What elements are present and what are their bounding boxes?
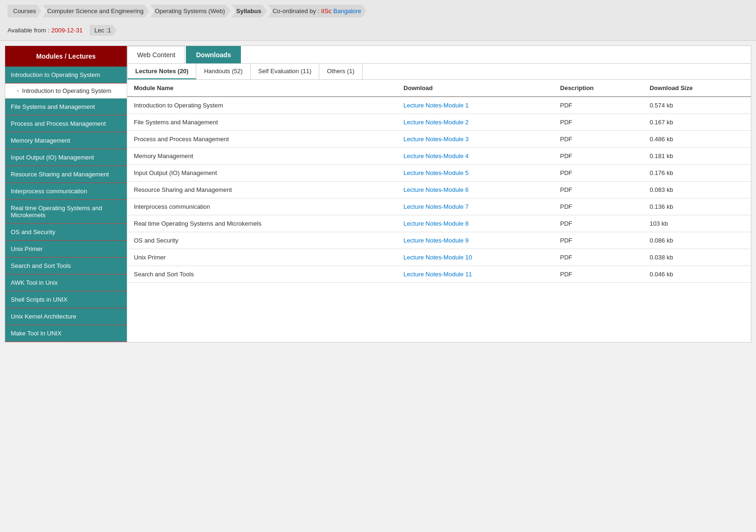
sidebar-item-0[interactable]: Introduction to Operating System — [5, 67, 127, 84]
col-module-name: Module Name — [127, 80, 397, 97]
table-row: Search and Sort Tools Lecture Notes-Modu… — [127, 266, 751, 283]
col-download-size: Download Size — [643, 80, 751, 97]
cell-download-link[interactable]: Lecture Notes-Module 8 — [397, 215, 553, 232]
cell-module-name: File Systems and Management — [127, 114, 397, 131]
downloads-table: Module Name Download Description Downloa… — [127, 80, 751, 283]
cell-module-name: Input Output (IO) Management — [127, 165, 397, 182]
cell-download-link[interactable]: Lecture Notes-Module 3 — [397, 131, 553, 148]
cell-size: 0.136 kb — [643, 198, 751, 215]
cell-description: PDF — [554, 232, 643, 249]
sidebar-item-9[interactable]: Unix Primer — [5, 241, 127, 258]
cell-size: 0.486 kb — [643, 131, 751, 148]
cell-description: PDF — [554, 266, 643, 283]
cell-size: 103 kb — [643, 215, 751, 232]
downloads-table-wrapper: Module Name Download Description Downloa… — [127, 80, 751, 283]
cell-download-link[interactable]: Lecture Notes-Module 9 — [397, 232, 553, 249]
breadcrumb-coordinated: Co-ordinated by : IISc Bangalore — [268, 5, 367, 17]
sidebar-item-7[interactable]: Real time Operating Systems and Microker… — [5, 200, 127, 224]
main-container: Modules / Lectures Introduction to Opera… — [5, 46, 751, 342]
sidebar-item-11[interactable]: AWK Tool in Unix — [5, 274, 127, 291]
sidebar-item-1[interactable]: File Systems and Management — [5, 99, 127, 115]
cell-description: PDF — [554, 182, 643, 198]
cell-download-link[interactable]: Lecture Notes-Module 11 — [397, 266, 553, 283]
cell-download-link[interactable]: Lecture Notes-Module 2 — [397, 114, 553, 131]
cell-module-name: Introduction to Operating System — [127, 97, 397, 114]
breadcrumb: Courses Computer Science and Engineering… — [0, 0, 756, 22]
sidebar-item-10[interactable]: Search and Sort Tools — [5, 258, 127, 274]
cell-size: 0.046 kb — [643, 266, 751, 283]
sidebar-subitem-0-0[interactable]: ○Introduction to Operating System — [5, 84, 127, 99]
cell-description: PDF — [554, 97, 643, 114]
cell-description: PDF — [554, 131, 643, 148]
cell-download-link[interactable]: Lecture Notes-Module 6 — [397, 182, 553, 198]
subtab-others[interactable]: Others (1) — [319, 64, 363, 79]
cell-module-name: Interprocess communication — [127, 198, 397, 215]
table-row: Unix Primer Lecture Notes-Module 10 PDF … — [127, 249, 751, 266]
main-tabs: Web Content Downloads — [127, 46, 751, 64]
cell-module-name: Real time Operating Systems and Microker… — [127, 215, 397, 232]
cell-download-link[interactable]: Lecture Notes-Module 7 — [397, 198, 553, 215]
sidebar: Modules / Lectures Introduction to Opera… — [5, 46, 127, 342]
sub-breadcrumb: Available from : 2009-12-31 Lec :1 — [0, 22, 756, 40]
sidebar-item-5[interactable]: Resource Sharing and Management — [5, 166, 127, 183]
content-area: Web Content Downloads Lecture Notes (20)… — [127, 46, 751, 342]
subtab-self-evaluation[interactable]: Self Evaluation (11) — [251, 64, 319, 79]
cell-description: PDF — [554, 148, 643, 165]
tab-downloads[interactable]: Downloads — [186, 46, 241, 63]
cell-size: 0.083 kb — [643, 182, 751, 198]
tab-web-content[interactable]: Web Content — [127, 46, 185, 63]
cell-module-name: Search and Sort Tools — [127, 266, 397, 283]
table-header-row: Module Name Download Description Downloa… — [127, 80, 751, 97]
sidebar-header: Modules / Lectures — [5, 46, 127, 67]
table-row: Resource Sharing and Management Lecture … — [127, 182, 751, 198]
cell-download-link[interactable]: Lecture Notes-Module 4 — [397, 148, 553, 165]
table-row: File Systems and Management Lecture Note… — [127, 114, 751, 131]
sidebar-item-2[interactable]: Process and Process Management — [5, 115, 127, 132]
table-row: Process and Process Management Lecture N… — [127, 131, 751, 148]
lec-item: Lec :1 — [90, 25, 116, 36]
table-row: OS and Security Lecture Notes-Module 9 P… — [127, 232, 751, 249]
cell-description: PDF — [554, 114, 643, 131]
cell-description: PDF — [554, 249, 643, 266]
cell-size: 0.038 kb — [643, 249, 751, 266]
breadcrumb-cse[interactable]: Computer Science and Engineering — [42, 5, 149, 17]
breadcrumb-os-web[interactable]: Operating Systems (Web) — [150, 5, 231, 17]
sub-tabs: Lecture Notes (20) Handouts (52) Self Ev… — [127, 64, 751, 80]
sidebar-item-12[interactable]: Shell Scripts in UNIX — [5, 291, 127, 308]
table-row: Interprocess communication Lecture Notes… — [127, 198, 751, 215]
cell-size: 0.574 kb — [643, 97, 751, 114]
cell-module-name: Process and Process Management — [127, 131, 397, 148]
col-description: Description — [554, 80, 643, 97]
sidebar-item-4[interactable]: Input Output (IO) Management — [5, 149, 127, 166]
cell-download-link[interactable]: Lecture Notes-Module 1 — [397, 97, 553, 114]
cell-module-name: Resource Sharing and Management — [127, 182, 397, 198]
subtab-handouts[interactable]: Handouts (52) — [196, 64, 250, 79]
table-row: Introduction to Operating System Lecture… — [127, 97, 751, 114]
cell-size: 0.086 kb — [643, 232, 751, 249]
sidebar-item-6[interactable]: Interprocess communication — [5, 183, 127, 200]
cell-size: 0.181 kb — [643, 148, 751, 165]
col-download: Download — [397, 80, 553, 97]
cell-description: PDF — [554, 215, 643, 232]
sidebar-item-8[interactable]: OS and Security — [5, 224, 127, 241]
cell-description: PDF — [554, 165, 643, 182]
sidebar-item-13[interactable]: Unix Kernel Architecture — [5, 308, 127, 325]
cell-description: PDF — [554, 198, 643, 215]
cell-download-link[interactable]: Lecture Notes-Module 5 — [397, 165, 553, 182]
sidebar-item-14[interactable]: Make Tool In UNIX — [5, 325, 127, 342]
cell-module-name: Memory Management — [127, 148, 397, 165]
cell-module-name: OS and Security — [127, 232, 397, 249]
table-row: Memory Management Lecture Notes-Module 4… — [127, 148, 751, 165]
breadcrumb-syllabus[interactable]: Syllabus — [231, 5, 267, 17]
breadcrumb-courses[interactable]: Courses — [8, 5, 41, 17]
sidebar-item-3[interactable]: Memory Management — [5, 132, 127, 149]
subtab-lecture-notes[interactable]: Lecture Notes (20) — [127, 64, 196, 79]
table-row: Input Output (IO) Management Lecture Not… — [127, 165, 751, 182]
cell-size: 0.167 kb — [643, 114, 751, 131]
cell-download-link[interactable]: Lecture Notes-Module 10 — [397, 249, 553, 266]
table-row: Real time Operating Systems and Microker… — [127, 215, 751, 232]
cell-size: 0.176 kb — [643, 165, 751, 182]
cell-module-name: Unix Primer — [127, 249, 397, 266]
